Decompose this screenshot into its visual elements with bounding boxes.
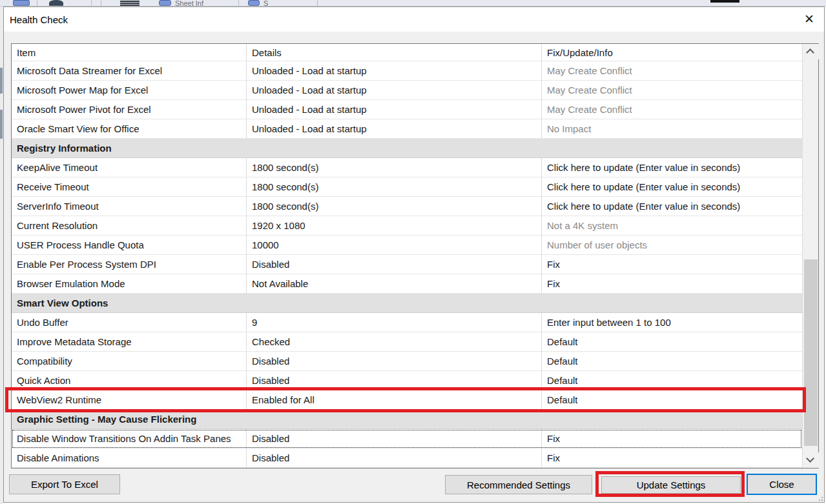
- details-cell: 1800 second(s): [247, 197, 542, 216]
- table-body: ItemDetailsFix/Update/InfoMicrosoft Data…: [12, 44, 802, 468]
- table-row[interactable]: Quick ActionDisabledDefault: [12, 371, 802, 390]
- table-row[interactable]: Enable Per Process System DPIDisabledFix: [12, 255, 802, 274]
- fix-cell[interactable]: Default: [542, 390, 802, 410]
- resize-grip[interactable]: [816, 494, 823, 501]
- fix-cell[interactable]: Enter input between 1 to 100: [542, 313, 802, 332]
- table-row[interactable]: Disable Window Transitions On Addin Task…: [12, 429, 802, 449]
- details-cell: Disabled: [247, 371, 542, 390]
- vertical-scrollbar[interactable]: [802, 44, 818, 468]
- fix-cell: May Create Conflict: [542, 61, 802, 81]
- details-cell: Unloaded - Load at startup: [247, 61, 542, 81]
- details-cell: Unloaded - Load at startup: [247, 81, 542, 100]
- column-header-2: Fix/Update/Info: [542, 44, 802, 61]
- item-cell: Disable Window Transitions On Addin Task…: [12, 429, 247, 449]
- table-row[interactable]: Current Resolution1920 x 1080Not a 4K sy…: [12, 216, 802, 236]
- dialog-titlebar[interactable]: Health Check ✕: [4, 7, 824, 32]
- section-row: Smart View Options: [12, 294, 802, 313]
- ribbon-label-sheet-info: Sheet Inf: [175, 0, 236, 6]
- fix-cell[interactable]: Fix: [542, 274, 802, 294]
- ribbon-divider: [238, 0, 239, 6]
- table-row[interactable]: Disable AnimationsDisabledFix: [12, 449, 802, 468]
- details-cell: Disabled: [247, 352, 542, 371]
- details-cell: Not Available: [247, 274, 542, 294]
- details-cell: 9: [247, 313, 542, 332]
- export-to-excel-button[interactable]: Export To Excel: [9, 474, 120, 494]
- details-cell: Disabled: [247, 429, 542, 449]
- update-settings-button[interactable]: Update Settings: [601, 476, 741, 494]
- table-row[interactable]: ServerInfo Timeout1800 second(s)Click he…: [12, 197, 802, 216]
- fix-cell: May Create Conflict: [542, 81, 802, 100]
- health-check-table: ItemDetailsFix/Update/InfoMicrosoft Data…: [11, 43, 819, 469]
- recommended-settings-button[interactable]: Recommended Settings: [445, 475, 592, 494]
- fix-cell[interactable]: Fix: [542, 255, 802, 274]
- item-cell: Undo Buffer: [12, 313, 247, 332]
- details-cell: Unloaded - Load at startup: [247, 119, 542, 139]
- ribbon-divider: [317, 0, 318, 6]
- details-cell: 1920 x 1080: [247, 216, 542, 236]
- details-cell: Disabled: [247, 255, 542, 274]
- item-cell: ServerInfo Timeout: [12, 197, 247, 216]
- item-cell: Microsoft Power Pivot for Excel: [12, 100, 247, 119]
- section-row: Graphic Setting - May Cause Flickering: [12, 410, 802, 429]
- item-cell: Current Resolution: [12, 216, 247, 236]
- item-cell: Oracle Smart View for Office: [12, 119, 247, 139]
- table-row[interactable]: KeepAlive Timeout1800 second(s)Click her…: [12, 158, 802, 177]
- scrollbar-thumb[interactable]: [804, 259, 818, 446]
- table-row[interactable]: USER Process Handle Quota10000Number of …: [12, 236, 802, 255]
- health-check-dialog: Health Check ✕ ItemDetailsFix/Update/Inf…: [3, 6, 825, 503]
- fix-cell[interactable]: Click here to update (Enter value in sec…: [542, 197, 802, 216]
- item-cell: Compatibility: [12, 352, 247, 371]
- table-row[interactable]: Microsoft Data Streamer for ExcelUnloade…: [12, 61, 802, 81]
- table-row[interactable]: WebView2 RuntimeEnabled for AllDefault: [12, 390, 802, 410]
- ribbon-divider: [91, 0, 92, 6]
- scroll-up-button[interactable]: [803, 44, 819, 59]
- details-cell: Enabled for All: [247, 390, 542, 410]
- ribbon-sheet-info-icon: [159, 0, 171, 6]
- ribbon-globe-icon: [49, 0, 63, 6]
- table-row[interactable]: Browser Emulation ModeNot AvailableFix: [12, 274, 802, 294]
- fix-cell[interactable]: Default: [542, 352, 802, 371]
- table-row[interactable]: Microsoft Power Pivot for ExcelUnloaded …: [12, 100, 802, 119]
- column-header-1: Details: [247, 44, 542, 61]
- item-cell: Microsoft Power Map for Excel: [12, 81, 247, 100]
- close-button[interactable]: Close: [747, 474, 817, 495]
- fix-cell[interactable]: Default: [542, 332, 802, 352]
- table-row[interactable]: Oracle Smart View for OfficeUnloaded - L…: [12, 119, 802, 139]
- details-cell: Checked: [247, 332, 542, 352]
- item-cell: Receive Timeout: [12, 177, 247, 197]
- ribbon-label-s: S: [263, 0, 276, 6]
- table-row[interactable]: CompatibilityDisabledDefault: [12, 352, 802, 371]
- ribbon-dark-segment: [710, 0, 739, 3]
- item-cell: Quick Action: [12, 371, 247, 390]
- item-cell: KeepAlive Timeout: [12, 158, 247, 177]
- fix-cell[interactable]: Default: [542, 371, 802, 390]
- dialog-title: Health Check: [10, 14, 68, 25]
- scroll-down-button[interactable]: [803, 452, 819, 468]
- item-cell: Browser Emulation Mode: [12, 274, 247, 294]
- item-cell: Microsoft Data Streamer for Excel: [12, 61, 247, 81]
- fix-cell: Number of user objects: [542, 236, 802, 255]
- ribbon-icon-2: [248, 0, 260, 6]
- section-row: Registry Information: [12, 139, 802, 158]
- details-cell: 10000: [247, 236, 542, 255]
- ribbon-list-icon: [120, 0, 139, 6]
- table-row[interactable]: Receive Timeout1800 second(s)Click here …: [12, 177, 802, 197]
- chevron-down-icon: [806, 454, 814, 463]
- chevron-up-icon: [806, 48, 814, 57]
- details-cell: Unloaded - Load at startup: [247, 100, 542, 119]
- ribbon-divider: [101, 0, 101, 6]
- column-header-0: Item: [12, 44, 247, 61]
- fix-cell: No Impact: [542, 119, 802, 139]
- table-row[interactable]: Undo Buffer9Enter input between 1 to 100: [12, 313, 802, 332]
- fix-cell[interactable]: Fix: [542, 449, 802, 468]
- item-cell: Improve Metadata Storage: [12, 332, 247, 352]
- table-row[interactable]: Improve Metadata StorageCheckedDefault: [12, 332, 802, 352]
- fix-cell: Not a 4K system: [542, 216, 802, 236]
- close-icon[interactable]: ✕: [802, 12, 816, 26]
- background-ribbon-strip: Sheet Inf S: [0, 0, 826, 6]
- table-row[interactable]: Microsoft Power Map for ExcelUnloaded - …: [12, 81, 802, 100]
- fix-cell[interactable]: Click here to update (Enter value in sec…: [542, 177, 802, 197]
- fix-cell[interactable]: Click here to update (Enter value in sec…: [542, 158, 802, 177]
- fix-cell[interactable]: Fix: [542, 429, 802, 449]
- details-cell: Disabled: [247, 449, 542, 468]
